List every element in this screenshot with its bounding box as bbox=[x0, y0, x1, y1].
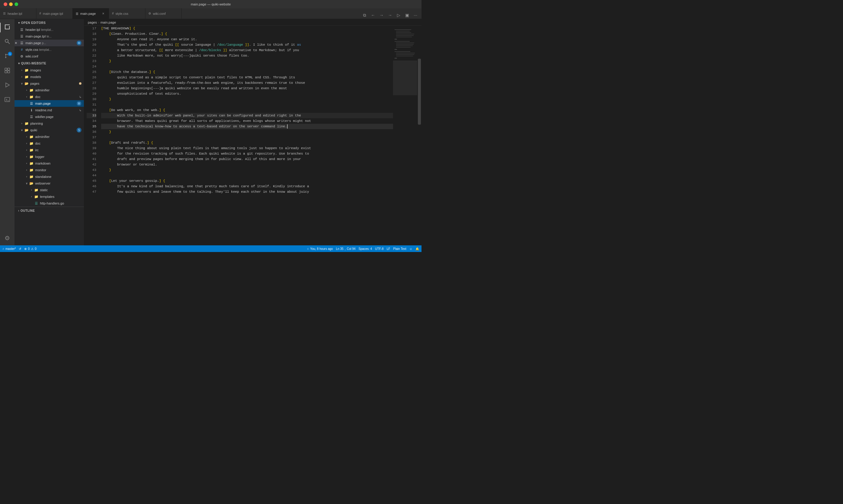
bell-item[interactable]: 🔔 bbox=[415, 247, 419, 251]
folder-images-arrow: › bbox=[19, 69, 24, 72]
go-forward-action[interactable]: → bbox=[378, 12, 385, 19]
code-line-29: unsophisticated of text editors. bbox=[101, 91, 393, 96]
folder-quiki-adminifier[interactable]: › 📁 adminifier bbox=[15, 133, 84, 140]
folder-quiki[interactable]: ∨ 📂 quiki S bbox=[15, 127, 84, 133]
code-line-17: [THE BREAKDOWN] { bbox=[101, 26, 393, 31]
folder-doc[interactable]: › 📁 doc ↳ bbox=[15, 93, 84, 100]
folder-quiki-markdown[interactable]: › 📁 markdown bbox=[15, 160, 84, 167]
toggle-layout-action[interactable]: ▣ bbox=[403, 12, 411, 19]
breadcrumb-main-page[interactable]: main.page bbox=[101, 21, 116, 24]
open-editor-main-page[interactable]: ✕ ☰ main.page p... M bbox=[15, 40, 84, 46]
tab-label-wiki-conf: wiki.conf bbox=[153, 12, 166, 15]
activity-terminal[interactable] bbox=[0, 93, 15, 107]
activity-settings[interactable]: ⚙ bbox=[0, 231, 15, 245]
ln-40: 40 bbox=[87, 151, 96, 157]
spaces-item[interactable]: Spaces: 4 bbox=[359, 247, 372, 251]
open-editor-main-page-tpl[interactable]: ☰ main-page.tpl te... bbox=[15, 33, 84, 40]
folder-quiki-static[interactable]: › 📁 static bbox=[15, 187, 84, 193]
extensions-icon bbox=[4, 68, 10, 75]
project-header[interactable]: ▾ QUIKI-WEBSITE bbox=[15, 59, 84, 67]
svg-rect-30 bbox=[396, 47, 411, 48]
open-editor-wiki-conf-label: wiki.conf bbox=[25, 54, 84, 58]
code-line-36: } bbox=[101, 129, 393, 134]
file-wikifier-icon: ☰ bbox=[29, 115, 34, 119]
tab-header-tpl[interactable]: ☰ header.tpl bbox=[0, 8, 36, 19]
minimize-button[interactable] bbox=[9, 2, 13, 6]
errors-item[interactable]: ⊗ 0 ⚠ 0 bbox=[24, 247, 36, 251]
ln-34: 34 bbox=[87, 118, 96, 124]
outline-header[interactable]: › OUTLINE bbox=[15, 207, 84, 214]
traffic-lights[interactable] bbox=[4, 2, 18, 6]
folder-quiki-doc[interactable]: › 📁 doc bbox=[15, 140, 84, 147]
file-http-icon: ☰ bbox=[34, 201, 39, 205]
git-blame-icon: ⑃ bbox=[307, 247, 309, 251]
activity-extensions[interactable] bbox=[0, 64, 15, 78]
open-editors-header[interactable]: ▾ OPEN EDITORS bbox=[15, 19, 84, 26]
ln-32: 32 bbox=[87, 107, 96, 113]
smiley-icon: ☺ bbox=[409, 247, 412, 251]
ln-27: 27 bbox=[87, 80, 96, 86]
open-editor-style-css[interactable]: # style.css templat... bbox=[15, 46, 84, 53]
activity-source-control[interactable]: 1 bbox=[0, 49, 15, 64]
editor-scrollbar[interactable] bbox=[417, 26, 422, 245]
line-col-item[interactable]: Ln 35, Col 94 bbox=[336, 247, 356, 251]
split-editor-action[interactable]: ⧉ bbox=[361, 12, 368, 19]
file-main-page[interactable]: ☰ main.page M bbox=[15, 100, 84, 107]
tab-bar: ☰ header.tpl # main-page.tpl ☰ main.page… bbox=[0, 8, 422, 19]
activity-search[interactable] bbox=[0, 35, 15, 49]
folder-quiki-standalone-icon: 📁 bbox=[29, 175, 34, 179]
file-readme-md[interactable]: ℹ readme.md ↳ bbox=[15, 107, 84, 113]
branch-item[interactable]: ⑃ master* bbox=[2, 247, 16, 251]
folder-pages[interactable]: ∨ 📂 pages bbox=[15, 80, 84, 87]
file-http-handlers[interactable]: ☰ http-handlers.go bbox=[15, 200, 84, 206]
svg-rect-16 bbox=[5, 97, 10, 102]
encoding-item[interactable]: UTF-8 bbox=[375, 247, 384, 251]
activity-run[interactable] bbox=[0, 78, 15, 93]
folder-models[interactable]: › 📁 models bbox=[15, 73, 84, 80]
folder-planning[interactable]: › 📁 planning bbox=[15, 120, 84, 127]
open-editor-wiki-conf[interactable]: ⚙ wiki.conf bbox=[15, 53, 84, 59]
language-item[interactable]: Plain Text bbox=[393, 247, 406, 251]
editor[interactable]: 17 18 19 20 21 22 23 24 25 26 27 28 29 3… bbox=[84, 26, 422, 245]
folder-quiki-logger[interactable]: › 📁 logger bbox=[15, 154, 84, 160]
sync-item[interactable]: ↺ bbox=[19, 247, 21, 251]
svg-rect-19 bbox=[395, 29, 411, 30]
run-action[interactable]: ▷ bbox=[395, 12, 402, 19]
folder-quiki-adminifier-label: adminifier bbox=[35, 135, 84, 139]
folder-quiki-webserver[interactable]: ∨ 📂 webserver bbox=[15, 180, 84, 187]
line-ending-item[interactable]: LF bbox=[387, 247, 390, 251]
activity-explorer[interactable] bbox=[0, 20, 15, 35]
git-blame-item[interactable]: ⑃ You, 8 hours ago bbox=[307, 247, 333, 251]
file-wikifier-page[interactable]: ☰ wikifier.page bbox=[15, 113, 84, 120]
tab-icon-main-page: ☰ bbox=[76, 12, 79, 15]
svg-point-5 bbox=[5, 39, 8, 42]
folder-quiki-templates-icon: 📁 bbox=[34, 195, 39, 199]
go-back-action[interactable]: ← bbox=[369, 12, 377, 19]
breadcrumb-pages[interactable]: pages bbox=[88, 21, 97, 24]
ln-28: 28 bbox=[87, 86, 96, 91]
folder-images-icon: 📁 bbox=[24, 68, 29, 72]
folder-quiki-monitor[interactable]: › 📁 monitor bbox=[15, 167, 84, 173]
code-line-46: It's a new kind of load balancing, one t… bbox=[101, 184, 393, 189]
open-editor-header-tpl[interactable]: ☰ header.tpl templat... bbox=[15, 26, 84, 33]
code-editor[interactable]: [THE BREAKDOWN] { [Clean. Productive. Cl… bbox=[99, 26, 393, 245]
smiley-item[interactable]: ☺ bbox=[409, 247, 412, 251]
sync-icon: ↺ bbox=[19, 247, 21, 251]
folder-quiki-templates[interactable]: › 📁 templates bbox=[15, 193, 84, 200]
close-button[interactable] bbox=[4, 2, 7, 6]
nav-action-2[interactable]: → bbox=[386, 12, 394, 19]
tab-style-css[interactable]: # style.css bbox=[109, 8, 145, 19]
folder-images[interactable]: › 📁 images bbox=[15, 67, 84, 73]
svg-rect-18 bbox=[393, 26, 417, 245]
folder-quiki-irc[interactable]: › 📁 irc bbox=[15, 147, 84, 154]
tab-main-page[interactable]: ☰ main.page × bbox=[73, 8, 109, 19]
tab-wiki-conf[interactable]: ⚙ wiki.conf bbox=[145, 8, 182, 19]
maximize-button[interactable] bbox=[15, 2, 18, 6]
tab-close-main-page[interactable]: × bbox=[101, 11, 106, 16]
folder-quiki-standalone[interactable]: › 📁 standalone bbox=[15, 173, 84, 180]
tab-main-page-tpl[interactable]: # main-page.tpl bbox=[36, 8, 73, 19]
folder-adminifier[interactable]: › 📁 adminifier bbox=[15, 87, 84, 93]
more-actions[interactable]: ··· bbox=[412, 12, 419, 19]
editor-scrollbar-thumb[interactable] bbox=[418, 59, 421, 125]
ln-39: 39 bbox=[87, 145, 96, 151]
